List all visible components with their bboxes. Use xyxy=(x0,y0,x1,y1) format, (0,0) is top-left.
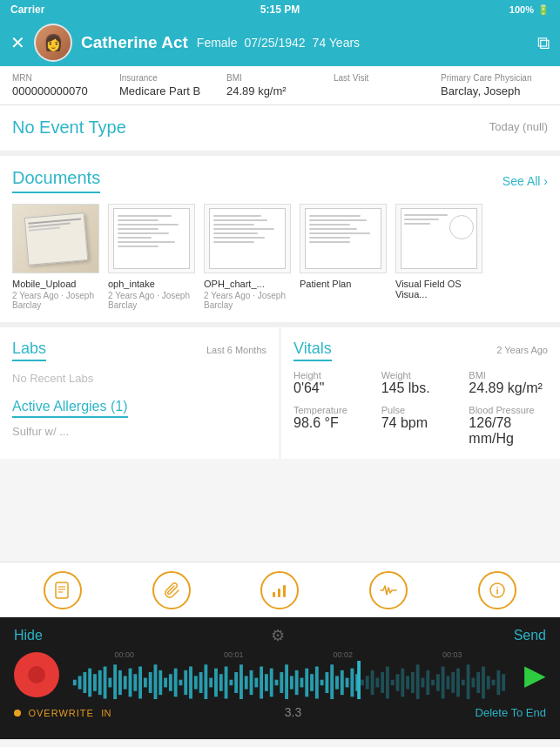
pcp-label: Primary Care Physician xyxy=(441,73,548,83)
svg-rect-22 xyxy=(133,674,137,691)
svg-rect-5 xyxy=(278,589,280,597)
svg-point-9 xyxy=(496,586,498,588)
svg-rect-78 xyxy=(416,664,420,699)
doc-lines xyxy=(210,209,285,249)
svg-rect-73 xyxy=(391,680,395,686)
document-item[interactable]: Visual Field OS Visua... xyxy=(395,204,482,310)
vitals-column: Vitals 2 Years Ago Height 0'64" Weight 1… xyxy=(281,327,560,459)
time-markers: 00:00 00:01 00:02 00:03 xyxy=(70,650,507,659)
vital-value: 126/78 mm/Hg xyxy=(469,415,548,447)
svg-rect-35 xyxy=(199,672,203,693)
documents-title: Documents xyxy=(12,168,100,193)
labs-allergies-column: Labs Last 6 Months No Recent Labs Active… xyxy=(0,327,279,459)
record-button[interactable] xyxy=(14,652,59,697)
svg-rect-24 xyxy=(144,678,147,688)
hide-button[interactable]: Hide xyxy=(14,628,43,643)
insurance-value: Medicare Part B xyxy=(119,84,226,98)
time-label: 5:15 PM xyxy=(260,3,300,16)
status-bar: Carrier 5:15 PM 100% 🔋 xyxy=(0,0,560,19)
svg-rect-32 xyxy=(184,670,187,695)
labs-title: Labs xyxy=(12,340,46,361)
doc-thumbnail xyxy=(108,204,195,273)
last-visit-label: Last Visit xyxy=(334,73,441,83)
no-recent-labs: No Recent Labs xyxy=(12,372,267,385)
delete-to-end-button[interactable]: Delete To End xyxy=(476,706,546,719)
svg-rect-10 xyxy=(73,680,77,686)
toolbar-attachment-button[interactable] xyxy=(152,571,191,609)
vital-temperature: Temperature 98.6 °F xyxy=(293,405,373,447)
send-button[interactable]: Send xyxy=(514,628,546,643)
status-right: 100% 🔋 xyxy=(509,4,550,16)
overwrite-label: OVERWRITE xyxy=(28,708,93,718)
battery-label: 100% xyxy=(509,4,534,15)
pcp-value: Barclay, Joseph xyxy=(441,84,548,98)
toolbar-info-button[interactable] xyxy=(478,571,516,609)
documents-grid: Mobile_Upload 2 Years Ago · Joseph Barcl… xyxy=(12,204,548,310)
doc-name: oph_intake xyxy=(108,279,195,289)
mrn-label: MRN xyxy=(12,73,119,83)
audio-top-controls: Hide ⚙ Send xyxy=(0,617,560,645)
svg-rect-77 xyxy=(411,672,415,693)
svg-rect-83 xyxy=(442,667,445,699)
vital-label: Blood Pressure xyxy=(469,405,548,415)
waveform-container: 00:00 00:01 00:02 00:03 xyxy=(70,650,507,699)
svg-rect-37 xyxy=(209,678,213,688)
document-item[interactable]: oph_intake 2 Years Ago · Joseph Barclay xyxy=(108,204,195,310)
toolbar-notes-button[interactable] xyxy=(44,571,82,609)
svg-rect-18 xyxy=(113,664,117,699)
copy-button[interactable]: ⧉ xyxy=(537,33,550,53)
svg-rect-88 xyxy=(467,664,470,699)
patient-dob: 07/25/1942 xyxy=(245,36,306,50)
svg-rect-53 xyxy=(290,676,293,689)
svg-rect-61 xyxy=(330,664,334,699)
svg-rect-74 xyxy=(396,674,400,691)
play-button[interactable]: ▶ xyxy=(524,658,546,691)
patient-name: Catherine Act xyxy=(81,33,188,52)
svg-rect-89 xyxy=(471,678,475,688)
document-item[interactable]: Patient Plan xyxy=(300,204,387,310)
close-button[interactable]: ✕ xyxy=(10,32,25,53)
svg-rect-55 xyxy=(300,678,304,688)
svg-rect-93 xyxy=(492,680,496,686)
doc-name: OPH_chart_... xyxy=(204,279,291,289)
svg-rect-54 xyxy=(295,670,299,695)
vital-bmi: BMI 24.89 kg/m² xyxy=(469,370,548,396)
svg-rect-17 xyxy=(108,678,111,688)
allergies-title: Active Allergies (1) xyxy=(12,399,128,418)
doc-name: Patient Plan xyxy=(300,279,387,289)
svg-rect-34 xyxy=(194,676,198,689)
vital-label: Temperature xyxy=(293,405,373,415)
doc-lines xyxy=(114,209,189,253)
svg-rect-29 xyxy=(169,674,172,691)
document-item[interactable]: Mobile_Upload 2 Years Ago · Joseph Barcl… xyxy=(12,204,99,310)
svg-rect-70 xyxy=(375,678,379,688)
toolbar-chart-button[interactable] xyxy=(260,571,299,609)
settings-icon[interactable]: ⚙ xyxy=(271,626,285,645)
carrier-label: Carrier xyxy=(10,3,44,16)
doc-thumbnail xyxy=(204,204,291,273)
vital-pulse: Pulse 74 bpm xyxy=(381,405,461,447)
svg-rect-0 xyxy=(56,582,68,598)
main-content: No Event Type Today (null) Documents See… xyxy=(0,105,560,562)
vital-label: Weight xyxy=(381,370,461,380)
patient-gender: Female xyxy=(197,36,238,50)
toolbar-vitals-button[interactable] xyxy=(369,571,408,609)
doc-meta: 2 Years Ago · Joseph Barclay xyxy=(12,291,99,310)
vital-height: Height 0'64" xyxy=(293,370,373,396)
audio-main-controls: 00:00 00:01 00:02 00:03 xyxy=(0,645,560,704)
svg-rect-43 xyxy=(240,664,243,699)
recording-indicator xyxy=(14,710,21,717)
document-item[interactable]: OPH_chart_... 2 Years Ago · Joseph Barcl… xyxy=(204,204,291,310)
svg-rect-40 xyxy=(225,667,228,699)
svg-rect-67 xyxy=(361,680,364,686)
see-all-button[interactable]: See All › xyxy=(503,174,548,188)
patient-age: 74 Years xyxy=(313,36,361,50)
avatar: 👩 xyxy=(34,24,72,62)
doc-meta: 2 Years Ago · Joseph Barclay xyxy=(204,291,291,310)
svg-rect-45 xyxy=(250,670,253,695)
vital-value: 74 bpm xyxy=(381,415,461,431)
svg-rect-13 xyxy=(88,669,91,697)
doc-name: Visual Field OS Visua... xyxy=(395,279,482,299)
pcp-field: Primary Care Physician Barclay, Joseph xyxy=(441,73,548,98)
vital-label: Height xyxy=(293,370,373,380)
